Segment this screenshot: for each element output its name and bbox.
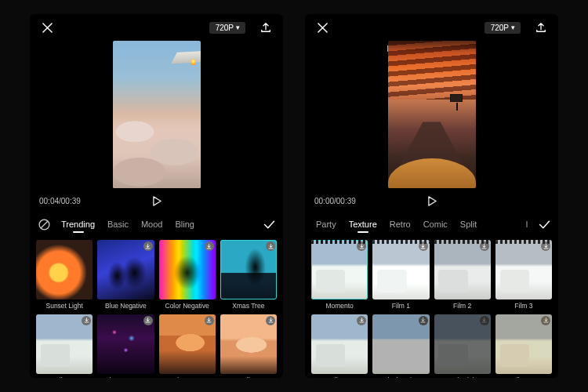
filter-grid-right: MomentoFilm 1Film 2Film 3Film 4Black Noi… — [305, 237, 558, 378]
tab-retro[interactable]: Retro — [383, 215, 417, 234]
download-icon — [205, 316, 214, 325]
filter-thumbnail — [97, 240, 154, 299]
filter-black-noise[interactable]: Black Noise — [372, 314, 429, 378]
tab-split[interactable]: Split — [454, 215, 483, 234]
close-icon[interactable] — [313, 18, 332, 37]
filter-thumbnail — [159, 240, 216, 299]
filter-film-1[interactable]: Film 1 — [372, 240, 429, 310]
filter-thumbnail — [36, 314, 93, 374]
filter-thumbnail — [220, 240, 277, 299]
top-bar: 720P — [305, 14, 558, 41]
filter-label: Film 4 — [36, 376, 93, 378]
download-icon — [357, 316, 366, 325]
filter-thumbnail — [434, 314, 491, 374]
filter-thumbnail — [434, 240, 491, 299]
download-icon — [480, 316, 489, 325]
filter-blue-negative[interactable]: Blue Negative — [97, 240, 154, 310]
filter-label: Xmas Tree — [220, 302, 277, 310]
filter-label: Film 4 — [311, 376, 368, 378]
filter-label: Film 3 — [495, 302, 552, 310]
download-icon — [480, 241, 489, 251]
filter-momento[interactable]: Momento — [311, 240, 368, 310]
filter-thumbnail — [495, 240, 552, 299]
filter-film-2[interactable]: Film 2 — [434, 240, 491, 310]
filter-halloween[interactable]: Halloween — [495, 314, 552, 378]
tab-list-right: PartyTextureRetroComicSplit — [310, 215, 522, 234]
filter-label: Momento — [311, 302, 368, 310]
filter-label: Blue Negative — [97, 302, 154, 310]
filter-label: Black Noise — [372, 376, 429, 378]
preview-frame — [113, 41, 201, 188]
apply-icon[interactable] — [535, 215, 554, 234]
filter-grid-left: Sunset LightBlue NegativeColor NegativeX… — [30, 237, 283, 378]
filter-label: Chromo-zoom — [97, 376, 154, 378]
top-bar: 720P — [30, 14, 283, 41]
download-icon — [419, 316, 428, 325]
resolution-selector[interactable]: 720P — [485, 22, 521, 34]
download-icon — [357, 241, 366, 251]
filter-thumbnail — [495, 314, 552, 374]
play-button[interactable] — [81, 196, 234, 206]
editor-screen-right: 720P Kilas Balik Diri Sendiri di2020 00:… — [305, 14, 558, 378]
download-icon — [82, 316, 91, 325]
resolution-label: 720P — [216, 24, 234, 32]
filter-film-3[interactable]: Film 3 — [495, 240, 552, 310]
filter-chromo-zoom[interactable]: Chromo-zoom — [97, 314, 154, 378]
filter-thumbnail — [311, 240, 368, 299]
play-button[interactable] — [356, 196, 510, 206]
filter-label: Vintage 2 — [159, 376, 216, 378]
transport-bar: 00:04/00:39 — [30, 190, 283, 212]
filter-label: Film 2 — [434, 302, 491, 310]
download-icon — [205, 241, 214, 251]
tab-list-left: TrendingBasicMoodBling — [55, 215, 258, 234]
filter-thumbnail — [372, 314, 429, 374]
close-icon[interactable] — [38, 18, 56, 37]
tab-comic[interactable]: Comic — [417, 215, 454, 234]
preview-frame — [388, 41, 476, 188]
filter-dark-night[interactable]: Dark Night — [434, 314, 491, 378]
download-icon — [143, 241, 153, 251]
time-display: 00:00/00:39 — [314, 197, 356, 205]
export-icon[interactable] — [532, 18, 550, 37]
tab-mood[interactable]: Mood — [135, 215, 169, 234]
filter-vintage-2[interactable]: Vintage 2 — [159, 314, 216, 378]
tab-basic[interactable]: Basic — [101, 215, 135, 234]
filter-film-4[interactable]: Film 4 — [311, 314, 368, 378]
apply-icon[interactable] — [260, 215, 278, 234]
transport-bar: 00:00/00:39 — [305, 190, 558, 212]
filter-color-negative[interactable]: Color Negative — [159, 240, 216, 310]
tab-bling[interactable]: Bling — [169, 215, 200, 234]
download-icon — [143, 316, 153, 325]
filter-daily-1[interactable]: Daily 1 — [220, 314, 277, 378]
export-icon[interactable] — [256, 18, 275, 37]
resolution-label: 720P — [491, 24, 509, 32]
download-icon — [541, 316, 550, 325]
filter-xmas-tree[interactable]: Xmas Tree — [220, 240, 277, 310]
tab-party[interactable]: Party — [310, 215, 343, 234]
video-preview[interactable]: Kilas Balik Diri Sendiri di2020 — [305, 41, 558, 190]
download-icon — [266, 316, 275, 325]
filter-label: Dark Night — [434, 376, 491, 378]
tab-texture[interactable]: Texture — [343, 215, 383, 234]
no-filter-icon[interactable] — [34, 215, 53, 234]
filter-label: Daily 1 — [220, 376, 277, 378]
more-tabs-indicator — [524, 215, 533, 234]
filter-label: Film 1 — [372, 302, 429, 310]
filter-label: Sunset Light — [36, 302, 93, 310]
editor-screen-left: 720P 00:04/00:39 TrendingBasicMoodBling … — [30, 14, 283, 378]
filter-label: Halloween — [495, 376, 552, 378]
filter-category-tabs: PartyTextureRetroComicSplit — [305, 212, 558, 237]
tab-trending[interactable]: Trending — [55, 215, 101, 234]
time-display: 00:04/00:39 — [39, 197, 81, 205]
video-preview[interactable] — [30, 41, 283, 190]
filter-film-4[interactable]: Film 4 — [36, 314, 93, 378]
resolution-selector[interactable]: 720P — [209, 22, 245, 34]
filter-thumbnail — [159, 314, 216, 374]
download-icon — [541, 241, 550, 251]
filter-thumbnail — [372, 240, 429, 299]
filter-thumbnail — [97, 314, 154, 374]
filter-label: Color Negative — [159, 302, 216, 310]
download-icon — [266, 241, 275, 251]
filter-thumbnail — [220, 314, 277, 374]
filter-sunset-light[interactable]: Sunset Light — [36, 240, 93, 310]
